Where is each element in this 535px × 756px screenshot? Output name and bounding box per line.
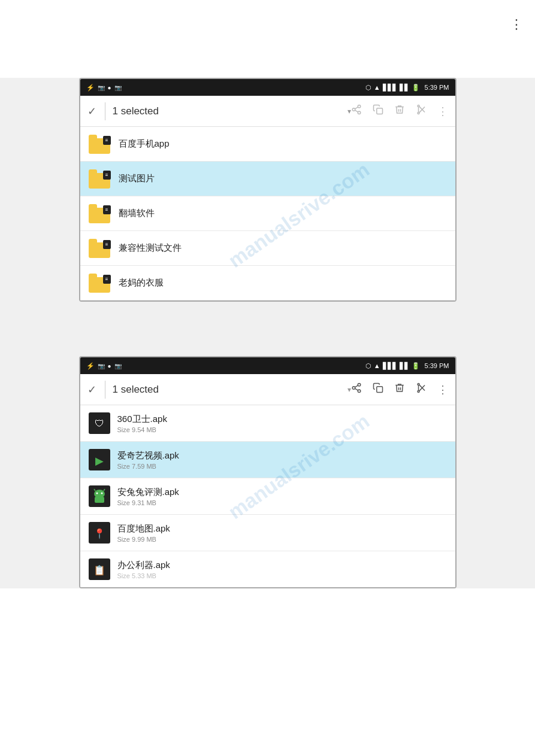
bottom-white-area (0, 588, 535, 756)
svg-point-13 (358, 390, 361, 393)
svg-point-17 (418, 391, 419, 393)
divider (105, 102, 105, 120)
apk-icon: 🛡 (89, 412, 110, 434)
list-item[interactable]: 🛡 360卫士.apk Size 9.54 MB (80, 405, 455, 442)
svg-point-11 (358, 384, 361, 387)
svg-point-0 (358, 105, 361, 108)
svg-point-1 (352, 108, 355, 111)
svg-point-29 (101, 493, 102, 494)
checkmark-icon[interactable]: ✓ (87, 105, 96, 118)
svg-point-2 (358, 111, 361, 114)
svg-line-15 (355, 385, 358, 387)
delete-icon[interactable] (394, 104, 405, 118)
file-size-label: Size 9.54 MB (117, 426, 167, 433)
file-info: 安兔兔评测.apk Size 9.31 MB (117, 487, 179, 506)
svg-rect-5 (376, 108, 382, 114)
list-item[interactable]: 安兔兔评测.apk Size 9.31 MB (80, 478, 455, 515)
status-bar-left-1: ⚡ 📷 ● 📷 (86, 84, 122, 92)
share-icon-2[interactable] (351, 382, 362, 396)
file-name-label: 老妈的衣服 (119, 277, 164, 289)
list-item[interactable]: ▶ 爱奇艺视频.apk Size 7.59 MB (80, 442, 455, 478)
folder-list-1: ≡ 百度手机app ≡ 测试图片 (80, 127, 455, 300)
status-icon-3: ● (108, 84, 111, 91)
list-item[interactable]: 📋 办公利器.apk Size 5.33 MB (80, 551, 455, 587)
apk-icon: ▶ (89, 449, 110, 470)
file-name-label: 百度手机app (119, 138, 170, 150)
file-size-label: Size 7.59 MB (117, 463, 179, 470)
list-item[interactable]: ≡ 翻墙软件 (80, 196, 455, 231)
overflow-menu-icon-2[interactable]: ⋮ (437, 383, 448, 396)
svg-rect-32 (95, 497, 104, 503)
svg-line-3 (355, 110, 358, 112)
folder-icon: ≡ (89, 274, 111, 293)
bluetooth-icon-2: ⬡ (365, 362, 371, 370)
list-item[interactable]: ≡ 兼容性测试文件 (80, 231, 455, 266)
file-name-label: 安兔兔评测.apk (117, 487, 179, 498)
delete-icon-2[interactable] (394, 382, 405, 396)
notification-icon: 📷 (98, 84, 105, 91)
apk-icon: 📋 (89, 558, 110, 580)
file-size-label: Size 9.31 MB (117, 499, 179, 506)
usb-icon-2: ⚡ (86, 362, 95, 370)
top-white-area: ⋮ (0, 0, 535, 78)
file-info: 360卫士.apk Size 9.54 MB (117, 414, 167, 433)
file-name-label: 爱奇艺视频.apk (117, 450, 179, 462)
signal-icon-1: ▋▋▋ (383, 84, 397, 92)
signal-icon-1b: ▋▋▋ (383, 362, 397, 370)
battery-icon-2: 🔋 (412, 362, 420, 370)
selection-count-label: 1 selected (113, 105, 345, 117)
screen-1: ⚡ 📷 ● 📷 ⬡ ▲ ▋▋▋ ▋▋ 🔋 5:39 PM ✓ 1 selecte… (79, 78, 457, 302)
file-size-label: Size 5.33 MB (117, 572, 170, 579)
folder-icon: ≡ (89, 169, 111, 189)
time-display-1: 5:39 PM (425, 84, 449, 91)
folder-icon: ≡ (89, 204, 111, 223)
list-item[interactable]: ≡ 老妈的衣服 (80, 266, 455, 300)
apk-list-2: 🛡 360卫士.apk Size 9.54 MB ▶ 爱奇艺视频.ap (80, 405, 455, 587)
signal-icon-2: ▋▋ (400, 84, 409, 92)
status-bar-right-1: ⬡ ▲ ▋▋▋ ▋▋ 🔋 5:39 PM (365, 84, 449, 92)
phone-screen-1: ⚡ 📷 ● 📷 ⬡ ▲ ▋▋▋ ▋▋ 🔋 5:39 PM ✓ 1 selecte… (79, 78, 457, 302)
status-bar-right-2: ⬡ ▲ ▋▋▋ ▋▋ 🔋 5:39 PM (365, 362, 449, 370)
wifi-icon: ▲ (374, 84, 380, 91)
file-size-label: Size 9.99 MB (117, 536, 170, 543)
file-info: 百度地图.apk Size 9.99 MB (117, 523, 170, 543)
apk-icon (89, 485, 110, 507)
list-item[interactable]: ≡ 测试图片 (80, 162, 455, 196)
time-display-2: 5:39 PM (425, 362, 449, 369)
notification-icon-2: 📷 (98, 363, 105, 369)
svg-point-12 (352, 387, 355, 390)
share-icon[interactable] (351, 104, 362, 118)
file-name-label: 百度地图.apk (117, 523, 170, 535)
file-info: 办公利器.apk Size 5.33 MB (117, 560, 170, 579)
status-bar-left-2: ⚡ 📷 ● 📷 (86, 362, 122, 370)
file-name-label: 测试图片 (119, 173, 155, 184)
list-item[interactable]: 📍 百度地图.apk Size 9.99 MB (80, 515, 455, 551)
more-menu-button[interactable]: ⋮ (510, 18, 523, 31)
cut-icon-2[interactable] (416, 382, 427, 396)
bluetooth-icon: ⬡ (365, 84, 371, 92)
checkmark-icon-2[interactable]: ✓ (87, 383, 96, 396)
svg-text:📍: 📍 (93, 528, 105, 539)
folder-icon: ≡ (89, 135, 111, 154)
screen-2: ⚡ 📷 ● 📷 ⬡ ▲ ▋▋▋ ▋▋ 🔋 5:39 PM ✓ 1 selecte… (79, 356, 457, 588)
action-bar-2: ✓ 1 selected ▾ (80, 374, 455, 405)
signal-icon-2b: ▋▋ (400, 362, 409, 370)
copy-icon-2[interactable] (373, 382, 383, 396)
status-bar-1: ⚡ 📷 ● 📷 ⬡ ▲ ▋▋▋ ▋▋ 🔋 5:39 PM (80, 79, 455, 96)
usb-icon: ⚡ (86, 84, 95, 92)
svg-point-6 (418, 113, 419, 114)
file-name-label: 兼容性测试文件 (119, 242, 182, 254)
svg-text:📋: 📋 (93, 564, 105, 576)
cut-icon[interactable] (416, 104, 427, 118)
svg-text:🛡: 🛡 (95, 418, 104, 429)
list-item[interactable]: ≡ 百度手机app (80, 127, 455, 162)
copy-icon[interactable] (373, 104, 383, 118)
svg-point-28 (96, 493, 98, 494)
action-bar-icons-2: ⋮ (351, 382, 448, 396)
battery-icon: 🔋 (412, 84, 420, 92)
apk-icon: 📍 (89, 522, 110, 544)
status-bar-2: ⚡ 📷 ● 📷 ⬡ ▲ ▋▋▋ ▋▋ 🔋 5:39 PM (80, 357, 455, 374)
overflow-menu-icon[interactable]: ⋮ (437, 105, 448, 118)
svg-rect-16 (376, 387, 382, 393)
svg-text:▶: ▶ (95, 455, 104, 467)
